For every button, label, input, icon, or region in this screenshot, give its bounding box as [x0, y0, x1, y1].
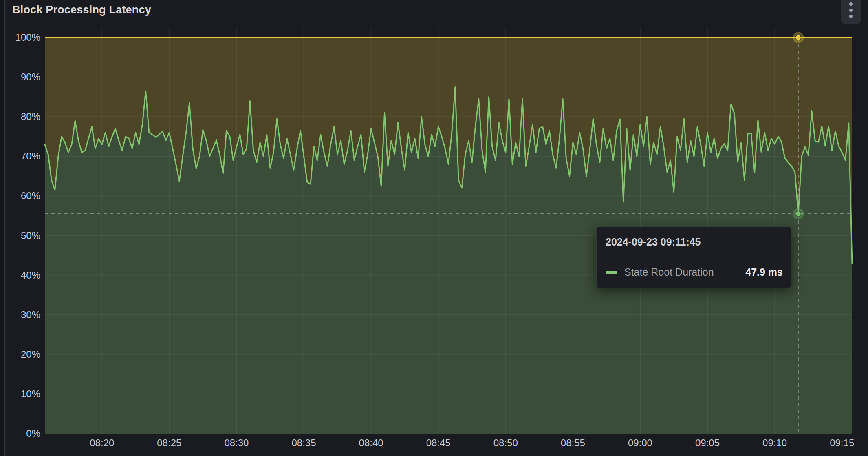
y-axis-label: 100% [0, 32, 40, 43]
chart-tooltip: 2024-09-23 09:11:45 State Root Duration … [596, 227, 791, 288]
y-axis-label: 60% [0, 190, 40, 201]
x-axis-label: 09:10 [762, 437, 787, 449]
hover-marker-yellow [796, 35, 801, 40]
tooltip-series-label: State Root Duration [624, 266, 714, 278]
x-axis-label: 09:00 [628, 437, 652, 449]
x-axis-label: 08:55 [561, 437, 585, 449]
x-axis-label: 08:25 [157, 437, 181, 449]
hover-marker-green [796, 211, 801, 216]
y-axis-label: 90% [0, 71, 40, 83]
panel-menu-button[interactable] [841, 0, 861, 24]
grafana-panel-screen: Block Processing Latency 0%10%20%30%40%5… [0, 0, 868, 456]
y-axis-label: 0% [0, 428, 40, 439]
tooltip-timestamp: 2024-09-23 09:11:45 [597, 227, 791, 257]
y-axis-label: 10% [0, 388, 40, 400]
kebab-menu-icon [849, 2, 853, 18]
y-axis-label: 20% [0, 349, 40, 360]
y-axis-label: 70% [0, 151, 40, 162]
x-axis-label: 08:45 [426, 437, 451, 449]
x-axis-label: 08:35 [291, 437, 316, 449]
series-swatch [606, 271, 617, 274]
y-axis-label: 40% [0, 270, 40, 281]
x-axis-label: 09:05 [695, 437, 720, 449]
y-axis-label: 50% [0, 230, 40, 241]
x-axis-label: 08:30 [224, 437, 249, 449]
tooltip-series-value: 47.9 ms [745, 266, 783, 278]
x-axis-label: 08:40 [359, 437, 383, 449]
tooltip-series-row: State Root Duration 47.9 ms [597, 257, 791, 288]
y-axis-label: 30% [0, 309, 40, 321]
y-axis-label: 80% [0, 111, 40, 122]
x-axis-label: 08:50 [493, 437, 518, 449]
x-axis-label: 08:20 [90, 437, 114, 449]
x-axis-label: 09:15 [830, 437, 854, 449]
